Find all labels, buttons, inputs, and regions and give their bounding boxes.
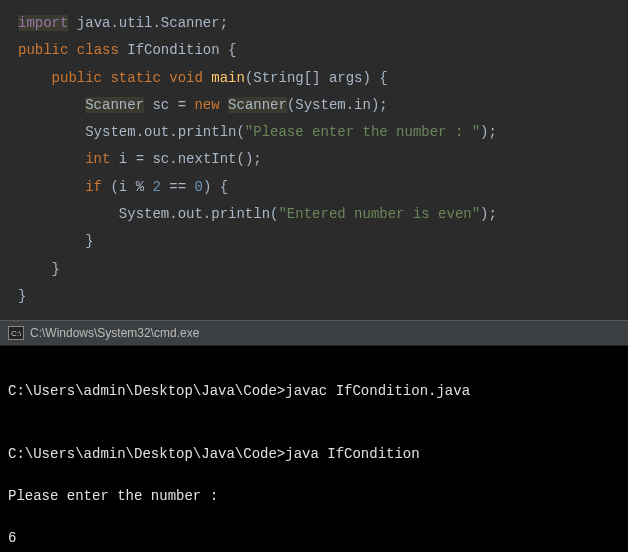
code-line-6: int i = sc.nextInt();: [18, 146, 628, 173]
num-0: 0: [195, 179, 203, 195]
kw-if: if: [85, 179, 102, 195]
string-literal-2: "Entered number is even": [278, 206, 480, 222]
eq-op: ==: [169, 179, 186, 195]
code-line-2: public class IfCondition {: [18, 37, 628, 64]
term-line-3: C:\Users\admin\Desktop\Java\Code>java If…: [8, 444, 620, 465]
kw-void: void: [169, 70, 203, 86]
terminal-title: C:\Windows\System32\cmd.exe: [30, 326, 199, 340]
import-path: java.util.Scanner: [77, 15, 220, 31]
mod-op: %: [136, 179, 144, 195]
system-in: System.in: [295, 97, 371, 113]
method-main: main: [211, 70, 245, 86]
term-line-4: Please enter the number :: [8, 486, 620, 507]
code-line-9: }: [18, 228, 628, 255]
scanner-type-1: Scanner: [85, 97, 144, 113]
code-line-5: System.out.println("Please enter the num…: [18, 119, 628, 146]
kw-import: import: [18, 15, 68, 31]
term-line-1: C:\Users\admin\Desktop\Java\Code>javac I…: [8, 381, 620, 402]
num-2: 2: [152, 179, 160, 195]
sc-var: sc: [152, 97, 169, 113]
string-literal-1: "Please enter the number : ": [245, 124, 480, 140]
println-call-1: System.out.println: [85, 124, 236, 140]
kw-static: static: [110, 70, 160, 86]
kw-int: int: [85, 151, 110, 167]
nextint-call: sc.nextInt: [152, 151, 236, 167]
i-var: i: [119, 151, 127, 167]
scanner-type-2: Scanner: [228, 97, 287, 113]
code-line-11: }: [18, 283, 628, 310]
code-editor[interactable]: import java.util.Scanner; public class I…: [0, 0, 628, 320]
terminal-output[interactable]: C:\Users\admin\Desktop\Java\Code>javac I…: [0, 346, 628, 552]
code-line-3: public static void main(String[] args) {: [18, 65, 628, 92]
code-line-7: if (i % 2 == 0) {: [18, 174, 628, 201]
cmd-icon: C:\: [8, 326, 24, 340]
kw-new: new: [194, 97, 219, 113]
code-line-8: System.out.println("Entered number is ev…: [18, 201, 628, 228]
kw-class: class: [77, 42, 119, 58]
kw-public-2: public: [52, 70, 102, 86]
class-name: IfCondition: [127, 42, 219, 58]
println-call-2: System.out.println: [119, 206, 270, 222]
code-line-10: }: [18, 256, 628, 283]
cond-lhs: i: [119, 179, 127, 195]
code-line-1: import java.util.Scanner;: [18, 10, 628, 37]
kw-public: public: [18, 42, 68, 58]
code-line-4: Scanner sc = new Scanner(System.in);: [18, 92, 628, 119]
terminal-title-bar: C:\ C:\Windows\System32\cmd.exe: [0, 320, 628, 346]
term-line-5: 6: [8, 528, 620, 549]
main-args: String[] args: [253, 70, 362, 86]
